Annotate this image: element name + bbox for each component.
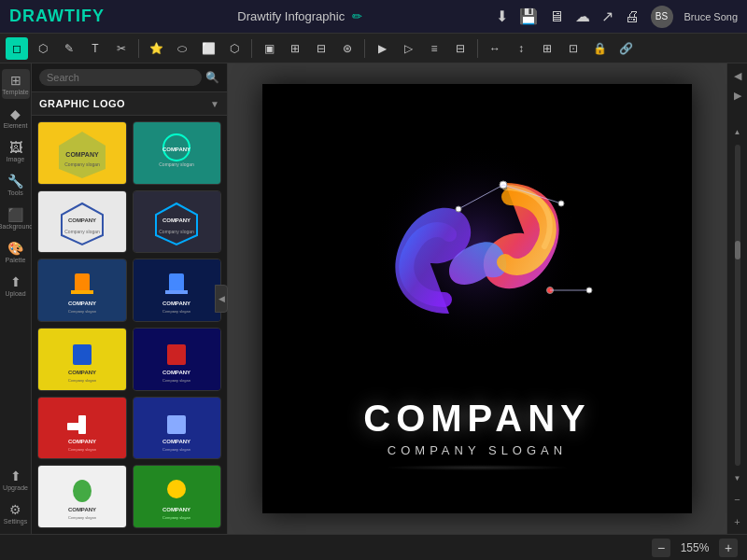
svg-rect-30 (167, 415, 186, 434)
flip-v-tool[interactable]: ↕ (510, 37, 532, 60)
sidebar-collapse-icon[interactable]: ◀ (728, 67, 747, 85)
sidebar-expand-icon[interactable]: ▶ (728, 87, 747, 105)
svg-text:Company slogan: Company slogan (162, 378, 190, 383)
align-tool[interactable]: ⊟ (449, 37, 472, 60)
template-item[interactable]: COMPANY Company slogan graphic-logo-blue… (37, 328, 127, 391)
poly-tool[interactable]: ⬡ (223, 37, 246, 60)
avatar[interactable]: BS (651, 6, 673, 28)
minus-tool[interactable]: ⊟ (310, 37, 332, 60)
video-tool[interactable]: ▶ (371, 37, 393, 60)
slogan-text[interactable]: COMPANY SLOGAN (388, 443, 567, 457)
svg-text:COMPANY: COMPANY (68, 439, 96, 444)
download-icon[interactable]: ⬇ (496, 7, 508, 25)
grid-tool[interactable]: ▣ (258, 37, 280, 60)
sidebar-item-image[interactable]: 🖼 Image (2, 136, 30, 166)
user-name: Bruce Song (684, 11, 738, 22)
zoom-out-button[interactable]: − (652, 539, 670, 557)
svg-point-47 (586, 287, 592, 293)
crop-tool[interactable]: ✂ (110, 37, 133, 60)
svg-text:Company slogan: Company slogan (162, 447, 190, 452)
svg-point-43 (558, 201, 564, 206)
sidebar-item-upload[interactable]: ⬆ Upload (2, 271, 30, 301)
preview-icon[interactable]: 🖥 (549, 8, 564, 25)
group-tool[interactable]: ⊡ (562, 37, 585, 60)
zoom-in-button[interactable]: + (719, 539, 738, 557)
lock-tool[interactable]: 🔒 (588, 37, 611, 60)
template-item[interactable]: COMPANY Company slogan graphic-logo-blue… (37, 259, 127, 322)
edit-title-icon[interactable]: ✏ (352, 9, 362, 23)
sidebar-item-settings[interactable]: ⚙ Settings (2, 498, 30, 528)
play-tool[interactable]: ▷ (397, 37, 419, 60)
copy-tool[interactable]: ⊞ (536, 37, 558, 60)
svg-text:Company slogan: Company slogan (159, 229, 194, 234)
upgrade-icon: ⬆ (10, 469, 21, 483)
upload-icon: ⬆ (10, 274, 21, 289)
link-tool[interactable]: 🔗 (614, 37, 637, 60)
search-input[interactable] (39, 69, 202, 86)
scroll-down-icon[interactable]: ▼ (728, 471, 747, 485)
document-title: Drawtify Infographic (237, 9, 345, 23)
pen-tool[interactable]: ✎ (58, 37, 80, 60)
settings-icon: ⚙ (9, 502, 21, 517)
zoom-out-sidebar-icon[interactable]: − (728, 491, 747, 508)
canvas-area[interactable]: COMPANY COMPANY SLOGAN (228, 63, 726, 534)
zoom-in-sidebar-icon[interactable]: + (728, 513, 747, 530)
svg-rect-13 (71, 290, 93, 294)
svg-rect-20 (73, 344, 92, 365)
template-item[interactable]: COMPANY Company slogan graphic-logo-Flow… (37, 121, 127, 185)
bottom-bar: − 155% + (0, 534, 747, 560)
svg-text:COMPANY: COMPANY (162, 301, 190, 306)
company-text[interactable]: COMPANY (363, 398, 590, 440)
svg-rect-23 (167, 344, 186, 365)
template-item[interactable]: COMPANY Company slogan graphic-logo-blue… (133, 397, 222, 460)
logo-graphic[interactable] (346, 127, 608, 388)
topbar-center: Drawtify Infographic ✏ (105, 9, 496, 23)
upgrade-label: Upgrade (3, 484, 28, 491)
template-icon: ⊞ (10, 73, 21, 88)
rect-tool[interactable]: ⬜ (197, 37, 219, 60)
search-icon: 🔍 (205, 71, 219, 84)
svg-text:COMPANY: COMPANY (162, 507, 190, 512)
text-tool[interactable]: T (84, 37, 106, 60)
svg-marker-9 (156, 203, 197, 245)
flip-h-tool[interactable]: ↔ (484, 37, 506, 60)
sidebar-item-element[interactable]: ◆ Element (2, 103, 30, 133)
template-item[interactable]: COMPANY Company slogan graphic-logo-blue… (133, 259, 222, 322)
svg-text:COMPANY: COMPANY (68, 217, 96, 223)
template-item[interactable]: COMPANY Company slogan graphic-logo-red … (37, 397, 127, 460)
sidebar-item-template[interactable]: ⊞ Template (2, 69, 30, 99)
image-label: Image (7, 156, 24, 162)
print-icon[interactable]: 🖨 (625, 8, 640, 25)
scroll-up-icon[interactable]: ▲ (728, 125, 747, 139)
sidebar-item-tools[interactable]: 🔧 Tools (2, 170, 30, 200)
template-item[interactable]: COMPANY Company slogan graphic-logo-blue… (133, 328, 222, 391)
svg-text:Company slogan: Company slogan (162, 515, 190, 520)
svg-point-44 (456, 206, 461, 212)
shape-tool[interactable]: ⬡ (32, 37, 54, 60)
cross-tool[interactable]: ⊛ (336, 37, 359, 60)
layer-tool[interactable]: ≡ (423, 37, 445, 60)
cloud-icon[interactable]: ☁ (575, 7, 590, 25)
sidebar-item-upgrade[interactable]: ⬆ Upgrade (2, 465, 30, 495)
template-item[interactable]: COMPANY Company slogan graphic-logo-... … (133, 465, 222, 528)
table-tool[interactable]: ⊞ (284, 37, 306, 60)
template-item[interactable]: COMPANY Company slogan graphic-logo-Flow… (37, 190, 127, 254)
share-icon[interactable]: ↗ (601, 7, 613, 25)
template-item[interactable]: COMPANY Company slogan graphic-logo-Flow… (133, 190, 222, 254)
category-dropdown-icon[interactable]: ▼ (210, 99, 219, 109)
shadow-decoration (384, 465, 571, 470)
ellipse-tool[interactable]: ⬭ (171, 37, 193, 60)
collapse-panel-button[interactable]: ◀ (215, 285, 228, 313)
sidebar-item-palette[interactable]: 🎨 Palette (2, 237, 30, 267)
template-item[interactable]: COMPANY Company slogan graphic-logo-Flow… (133, 121, 222, 185)
svg-text:Company slogan: Company slogan (159, 161, 194, 167)
select-tool[interactable]: ◻ (6, 37, 28, 60)
palette-label: Palette (6, 257, 26, 263)
canvas: COMPANY COMPANY SLOGAN (262, 84, 692, 513)
template-item[interactable]: COMPANY Company slogan graphic-logo-... … (37, 465, 127, 528)
sidebar-item-background[interactable]: ⬛ Background (2, 203, 30, 233)
svg-text:COMPANY: COMPANY (68, 507, 96, 512)
template-label: Template (2, 89, 28, 95)
star-tool[interactable]: ⭐ (145, 37, 167, 60)
save-icon[interactable]: 💾 (519, 7, 538, 25)
